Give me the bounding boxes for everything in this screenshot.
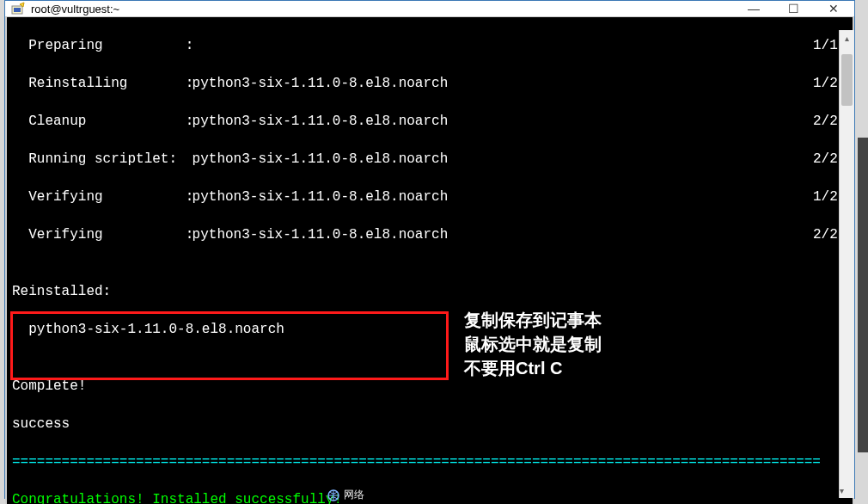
- background-decor: [858, 138, 868, 452]
- row-label: Verifying :: [12, 187, 184, 206]
- globe-icon: [327, 489, 340, 502]
- row-pkg: python3-six-1.11.0-8.el8.noarch: [184, 187, 813, 206]
- row-label: Cleanup :: [12, 112, 184, 131]
- row-label: Preparing :: [12, 36, 184, 55]
- reinstalled-header: Reinstalled:: [12, 282, 847, 301]
- success-line: success: [12, 415, 847, 433]
- row-label: Reinstalling :: [12, 74, 184, 93]
- divider: ========================================…: [12, 452, 847, 471]
- window-controls: — ☐ ✕: [734, 1, 854, 16]
- row-label: Running scriptlet:: [12, 150, 184, 169]
- row-pkg: python3-six-1.11.0-8.el8.noarch: [184, 225, 813, 244]
- terminal-output[interactable]: Preparing :1/1 Reinstalling : python3-si…: [5, 17, 854, 504]
- row-pkg: python3-six-1.11.0-8.el8.noarch: [184, 150, 813, 169]
- minimize-button[interactable]: —: [734, 1, 773, 16]
- titlebar[interactable]: root@vultrguest:~ — ☐ ✕: [5, 1, 854, 17]
- taskbar-network-label: 网络: [344, 488, 364, 502]
- putty-window: root@vultrguest:~ — ☐ ✕ Preparing :1/1 R…: [4, 0, 855, 499]
- scroll-up-arrow-icon[interactable]: ▴: [840, 30, 854, 46]
- svg-rect-1: [14, 8, 21, 12]
- reinstalled-pkg: python3-six-1.11.0-8.el8.noarch: [12, 320, 847, 339]
- complete-line: Complete!: [12, 377, 847, 396]
- row-pkg: python3-six-1.11.0-8.el8.noarch: [184, 112, 813, 131]
- scrollbar-thumb[interactable]: [841, 54, 853, 106]
- close-button[interactable]: ✕: [813, 1, 854, 16]
- row-label: Verifying :: [12, 225, 184, 244]
- window-title: root@vultrguest:~: [31, 3, 734, 15]
- row-pkg: python3-six-1.11.0-8.el8.noarch: [184, 74, 813, 93]
- scrollbar-track[interactable]: [840, 46, 854, 482]
- congrats-line: Congratulations! Installed successfully!: [12, 490, 847, 504]
- scroll-down-arrow-icon[interactable]: ▾: [840, 482, 844, 498]
- scrollbar[interactable]: ▴ ▾: [839, 30, 854, 498]
- taskbar-network-item[interactable]: 网络: [327, 488, 364, 502]
- row-pkg: [184, 36, 813, 55]
- maximize-button[interactable]: ☐: [773, 1, 813, 16]
- putty-icon: [10, 1, 26, 16]
